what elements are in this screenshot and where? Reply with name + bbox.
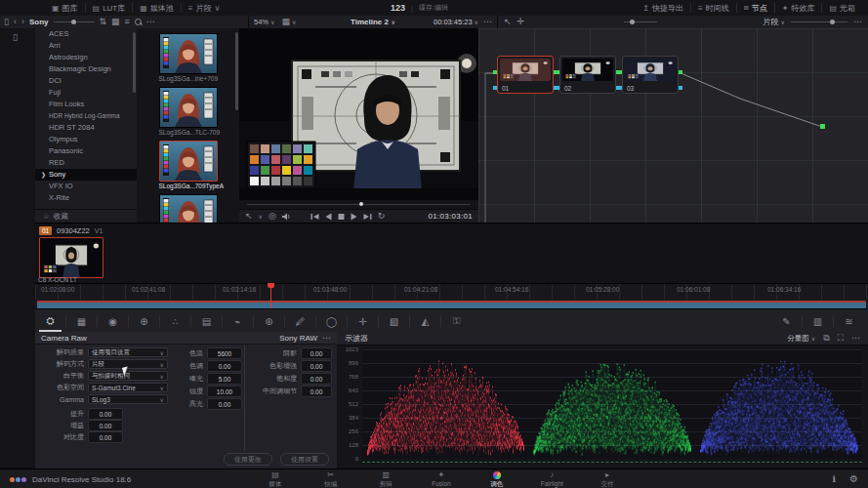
node-01[interactable]: 01 xyxy=(497,56,554,94)
page-tab-deliver[interactable]: ▸ 交付 xyxy=(582,471,633,487)
back-icon[interactable]: ‹ xyxy=(14,18,17,26)
mute-icon[interactable] xyxy=(282,213,291,221)
sort-icon[interactable]: ⇅ xyxy=(100,18,107,26)
gain-field[interactable]: 0.00 xyxy=(88,420,123,431)
highlights-field[interactable]: 0.00 xyxy=(207,398,242,410)
lut-folder-item[interactable]: HDR ST 2084 xyxy=(35,122,137,134)
key-icon[interactable]: ⚿ xyxy=(441,315,472,327)
lut-item[interactable]: SLog3SGa...ine+709 xyxy=(159,33,218,82)
scope-pip-icon[interactable]: ⧉ xyxy=(823,334,829,343)
timeline-ruler[interactable]: 01:02:08:00 01:02:41:08 01:03:14:16 01:0… xyxy=(35,283,868,301)
shadows-field[interactable]: 0.00 xyxy=(301,347,332,359)
page-tab-edit[interactable]: ▥ 剪辑 xyxy=(360,471,411,487)
page-tab-cut[interactable]: ✂ 快编 xyxy=(306,471,356,487)
use-changes-button[interactable]: 使用更改 xyxy=(224,453,272,466)
keyframes-icon[interactable]: ≋ xyxy=(834,316,864,327)
magic-mask-icon[interactable]: ▧ xyxy=(379,316,409,327)
midtone-detail-field[interactable]: 0.00 xyxy=(301,386,332,397)
page-tab-fairlight[interactable]: ♪ Fairlight xyxy=(526,471,577,487)
lut-folder-item[interactable]: Astrodesign xyxy=(35,52,137,63)
loop-icon[interactable]: ↻ xyxy=(378,212,386,221)
timeline-track[interactable] xyxy=(35,300,868,308)
bypass-grades-icon[interactable]: ◎ xyxy=(269,212,276,221)
lightbox-button[interactable]: ▤ 光箱 xyxy=(822,0,862,16)
node-zoom-slider[interactable] xyxy=(624,21,657,22)
tint-field[interactable]: 0.00 xyxy=(207,360,242,372)
node-02[interactable]: 02 xyxy=(559,56,616,94)
use-settings-button[interactable]: 使用设置 xyxy=(280,453,329,466)
lift-field[interactable]: 0.00 xyxy=(88,408,123,420)
hdr-wheels-icon[interactable]: ⊕ xyxy=(129,316,159,327)
browser-options-icon[interactable]: ⋯ xyxy=(146,18,155,26)
page-tab-media[interactable]: ▤ 媒体 xyxy=(250,471,301,487)
lut-folder-item[interactable]: HDR Hybrid Log-Gamma xyxy=(35,110,137,122)
viewer-jog-bar[interactable] xyxy=(239,200,478,209)
play-forward-icon[interactable] xyxy=(351,213,357,221)
tree-scrollbar[interactable] xyxy=(133,32,136,93)
lut-folder-item[interactable]: Fuji xyxy=(35,87,137,99)
gamma-dropdown[interactable]: SLog3∨ xyxy=(88,394,168,404)
color-boost-field[interactable]: 0.00 xyxy=(301,360,332,372)
node-editor[interactable]: 01 02 03 xyxy=(478,28,868,223)
lut-folder-item[interactable]: Arri xyxy=(35,40,137,52)
node-mode-dropdown[interactable]: 片段 ∨ xyxy=(763,17,785,27)
quick-export-button[interactable]: ↥ 快捷导出 xyxy=(636,0,690,16)
playhead[interactable] xyxy=(270,283,271,308)
nodes-button[interactable]: ⧈ 节点 xyxy=(737,0,774,16)
forward-icon[interactable]: › xyxy=(21,18,24,26)
lut-folder-item[interactable]: Blackmagic Design xyxy=(35,63,137,75)
motion-effects-icon[interactable]: ▤ xyxy=(191,316,222,327)
goto-last-frame-icon[interactable] xyxy=(363,213,372,221)
qualifier-icon[interactable]: 🖉 xyxy=(285,316,315,327)
cursor-tool-icon[interactable]: ↖ xyxy=(504,18,512,26)
color-temp-field[interactable]: 5600 xyxy=(207,347,242,359)
rail-panel-icon[interactable]: ▯ xyxy=(13,33,18,42)
camera-raw-options-icon[interactable]: ⋯ xyxy=(322,334,331,343)
lut-folder-item[interactable]: ACES xyxy=(35,28,137,40)
camera-raw-tab-icon[interactable]: ⛭ xyxy=(35,315,65,327)
lut-folder-item[interactable]: DCI xyxy=(35,75,137,87)
scope-expand-icon[interactable]: ⛶ xyxy=(838,334,844,343)
contrast-field[interactable]: 0.00 xyxy=(88,431,123,443)
lut-folder-item[interactable]: Film Looks xyxy=(35,99,137,110)
exposure-field[interactable]: 5.00 xyxy=(207,373,242,385)
play-reverse-icon[interactable] xyxy=(325,213,332,221)
clips-menu-button[interactable]: ≡ 片段 ∨ xyxy=(182,0,227,16)
lut-folder-item[interactable]: Olympus xyxy=(35,134,137,145)
clip-thumbnail[interactable] xyxy=(39,237,103,278)
saturation-field[interactable]: 0.00 xyxy=(301,373,332,385)
viewer-options-icon[interactable]: ⋯ xyxy=(483,18,492,26)
lut-folder-item[interactable]: VFX IO xyxy=(35,181,137,192)
list-view-icon[interactable]: ≡ xyxy=(125,18,130,26)
jog-position-dot[interactable] xyxy=(359,202,363,206)
page-tab-color[interactable]: 调色 xyxy=(472,471,522,487)
pan-tool-icon[interactable]: ✛ xyxy=(517,18,525,26)
node-scale-slider[interactable] xyxy=(791,21,847,22)
search-icon[interactable] xyxy=(135,19,142,25)
settings-gear-icon[interactable]: ⚙ xyxy=(849,474,858,484)
curves-icon[interactable]: ⌁ xyxy=(223,316,253,327)
help-icon[interactable]: ℹ xyxy=(833,475,836,484)
media-pool-button[interactable]: ▦ 媒体池 xyxy=(133,0,181,16)
panel-toggle-icon[interactable]: ▯ xyxy=(4,18,9,26)
warper-icon[interactable]: ⊛ xyxy=(254,316,284,327)
gallery-button[interactable]: ▣ 图库 xyxy=(45,0,85,16)
lut-item[interactable]: SLog3SGa...TLC-709 xyxy=(159,87,218,136)
viewer-tool-icon[interactable]: ↖ xyxy=(245,212,253,221)
goto-first-frame-icon[interactable] xyxy=(310,213,319,221)
node-options-icon[interactable]: ⋯ xyxy=(853,18,862,26)
lut-folder-item[interactable]: X-Rite xyxy=(35,192,137,204)
effects-library-button[interactable]: ✦ 特效库 xyxy=(775,0,822,16)
sharpness-field[interactable]: 10.00 xyxy=(207,386,242,397)
lut-folder-item[interactable]: RED xyxy=(35,157,137,169)
lut-folder-item[interactable]: Panasonic xyxy=(35,145,137,157)
wand-icon[interactable]: ✎ xyxy=(771,316,802,327)
timeline-button[interactable]: ≡ 时间线 xyxy=(691,0,736,16)
favorites-item[interactable]: ☆ 收藏 xyxy=(35,209,138,223)
page-tab-fusion[interactable]: ✦ Fusion xyxy=(416,471,467,487)
grid-view-icon[interactable]: ▦ xyxy=(111,18,120,26)
lut-library-button[interactable]: ▤ LUT库 xyxy=(86,0,133,16)
scope-options-icon[interactable]: ⋯ xyxy=(851,334,860,343)
viewer[interactable] xyxy=(239,28,479,200)
node-03[interactable]: 03 xyxy=(622,56,679,94)
